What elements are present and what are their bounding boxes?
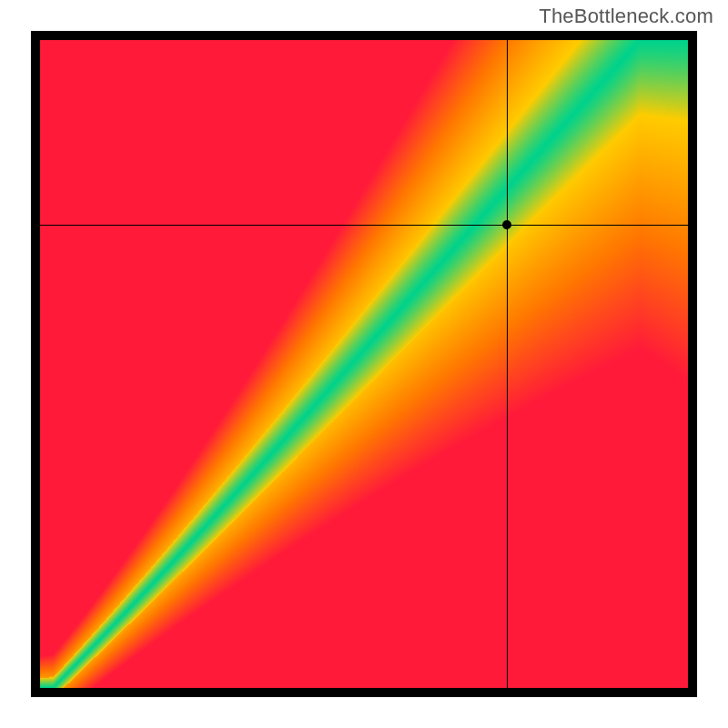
marker-dot (502, 220, 511, 229)
crosshair-vertical (507, 40, 508, 688)
plot-frame (31, 31, 697, 697)
heatmap-canvas (40, 40, 688, 688)
chart-container: TheBottleneck.com (0, 0, 728, 728)
watermark-text: TheBottleneck.com (539, 5, 713, 28)
crosshair-horizontal (40, 225, 688, 226)
